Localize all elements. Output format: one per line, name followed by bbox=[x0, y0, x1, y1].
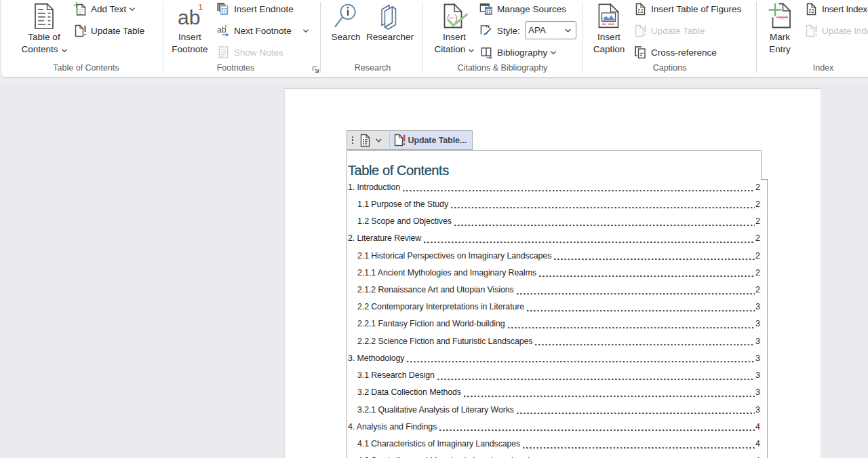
ribbon-group-captions: Insert Caption Insert Table of Figures bbox=[583, 0, 756, 76]
insert-citation-button[interactable]: (–) Insert Citation bbox=[433, 1, 476, 62]
search-button[interactable]: Search bbox=[326, 1, 366, 62]
toc-entry-text: 3. Methodology bbox=[348, 354, 404, 363]
researcher-button[interactable]: Researcher bbox=[364, 1, 416, 62]
toc-entry[interactable]: 2.2 Contemporary Interpretations in Lite… bbox=[348, 299, 760, 316]
ribbon-group-research: Search Researcher Research bbox=[321, 0, 422, 76]
mark-entry-button[interactable]: Mark Entry bbox=[761, 1, 799, 62]
toc-entry-text: 2.2.1 Fantasy Fiction and World-building bbox=[357, 319, 505, 328]
chevron-down-icon bbox=[303, 29, 309, 33]
group-label-footnotes: Footnotes bbox=[157, 63, 314, 73]
manage-sources-label: Manage Sources bbox=[497, 4, 566, 14]
toc-entry[interactable]: 1.1 Purpose of the Study 2 bbox=[348, 195, 760, 212]
toc-document-icon bbox=[359, 134, 371, 147]
toc-dot-leader bbox=[523, 435, 755, 452]
toc-entry[interactable]: 4.1 Characteristics of Imaginary Landsca… bbox=[348, 435, 760, 452]
toc-update-table-button[interactable]: Update Table... bbox=[389, 131, 472, 149]
style-label: Style: bbox=[497, 26, 520, 36]
mark-entry-icon bbox=[766, 1, 793, 31]
toc-entry-page-number: 2 bbox=[755, 199, 760, 209]
bibliography-icon bbox=[479, 46, 494, 59]
researcher-icon bbox=[378, 1, 402, 31]
toc-entry[interactable]: 2.1.1 Ancient Mythologies and Imaginary … bbox=[348, 264, 760, 281]
chevron-down-icon bbox=[130, 7, 135, 11]
manage-sources-icon bbox=[479, 3, 494, 16]
mark-entry-label-line2: Entry bbox=[769, 43, 791, 56]
toc-entry[interactable]: 3.1 Research Design 3 bbox=[348, 367, 760, 384]
add-text-icon bbox=[73, 3, 87, 16]
table-of-contents-label-line1: Table of bbox=[28, 31, 60, 43]
toc-entry[interactable]: 2.2.2 Science Fiction and Futuristic Lan… bbox=[348, 332, 760, 349]
update-table-label: Update Table bbox=[91, 26, 144, 36]
svg-text:ab: ab bbox=[217, 25, 226, 35]
toc-entry[interactable]: 3.2 Data Collection Methods 3 bbox=[348, 384, 760, 401]
toc-entry-text: 4. Analysis and Findings bbox=[348, 422, 437, 432]
insert-index-button[interactable]: Insert Index bbox=[804, 0, 867, 18]
toc-drag-handle[interactable] bbox=[347, 131, 355, 149]
toc-entry-page-number: 3 bbox=[755, 354, 760, 363]
table-of-contents-label-line2: Contents bbox=[21, 44, 58, 54]
insert-caption-label-line2: Caption bbox=[593, 43, 625, 56]
toc-entry-text: 1.1 Purpose of the Study bbox=[357, 199, 448, 209]
style-combobox[interactable]: APA bbox=[525, 21, 576, 39]
cross-reference-label: Cross-reference bbox=[651, 47, 717, 58]
chevron-down-icon bbox=[376, 138, 382, 142]
add-text-button[interactable]: Add Text bbox=[73, 0, 135, 18]
insert-endnote-button[interactable]: [i] Insert Endnote bbox=[216, 0, 294, 18]
insert-index-icon bbox=[804, 3, 818, 16]
toc-entry-page-number: 2 bbox=[755, 216, 760, 226]
toc-entry-text: 3.2.1 Qualitative Analysis of Literary W… bbox=[357, 405, 514, 415]
toc-entry-page-number: 2 bbox=[755, 251, 760, 261]
toc-menu-button[interactable] bbox=[355, 131, 386, 149]
toc-entry-text: 4.1 Characteristics of Imaginary Landsca… bbox=[357, 439, 520, 449]
ribbon-group-index: Mark Entry Insert Index bbox=[757, 0, 868, 76]
toc-entry[interactable]: 2. Literature Review 2 bbox=[348, 230, 760, 247]
toc-dot-leader bbox=[403, 178, 755, 195]
toc-entry-page-number: 2 bbox=[755, 268, 760, 278]
group-label-captions: Captions bbox=[583, 63, 756, 73]
insert-index-label: Insert Index bbox=[822, 4, 867, 14]
update-table-button[interactable]: Update Table bbox=[73, 22, 144, 39]
insert-caption-button[interactable]: Insert Caption bbox=[589, 1, 629, 62]
insert-footnote-button[interactable]: ab 1 Insert Footnote bbox=[169, 1, 211, 62]
toc-entry[interactable]: 1.2 Scope and Objectives 2 bbox=[348, 212, 760, 229]
insert-footnote-icon: ab 1 bbox=[176, 1, 203, 31]
show-notes-button: Show Notes bbox=[216, 43, 283, 61]
svg-text:ab: ab bbox=[178, 6, 200, 28]
update-table-disabled-icon bbox=[633, 24, 648, 37]
toc-dot-leader bbox=[508, 316, 755, 332]
drag-handle-dots-icon bbox=[350, 136, 355, 145]
toc-dot-leader bbox=[517, 401, 755, 418]
toc-update-table-label: Update Table... bbox=[408, 136, 467, 145]
toc-dot-leader bbox=[535, 332, 755, 349]
style-value: APA bbox=[528, 25, 565, 35]
toc-dot-leader bbox=[517, 281, 755, 298]
toc-entry[interactable]: 2.1 Historical Perspectives on Imaginary… bbox=[348, 247, 760, 264]
toc-entry[interactable]: 2.1.2 Renaissance Art and Utopian Vision… bbox=[348, 281, 760, 298]
ribbon-group-footnotes: ab 1 Insert Footnote [i] Insert Endnote bbox=[163, 0, 320, 76]
toc-entry-page-number: 3 bbox=[755, 405, 760, 415]
ribbon-group-citations-bibliography: (–) Insert Citation Manage Sources bbox=[422, 0, 583, 76]
svg-text:1: 1 bbox=[198, 3, 203, 12]
toc-dot-leader bbox=[554, 247, 755, 264]
insert-table-of-figures-icon bbox=[633, 3, 648, 16]
ribbon-group-table-of-contents: Table of Contents Add Text bbox=[1, 0, 163, 76]
next-footnote-button[interactable]: ab Next Footnote bbox=[216, 22, 309, 39]
toc-entry[interactable]: 3.2.1 Qualitative Analysis of Literary W… bbox=[348, 401, 760, 418]
toc-entry[interactable]: 4. Analysis and Findings 4 bbox=[348, 418, 760, 435]
toc-entry-text: 2.2 Contemporary Interpretations in Lite… bbox=[357, 302, 524, 311]
toc-entry[interactable]: 1. Introduction 2 bbox=[348, 178, 760, 195]
cross-reference-button[interactable]: Cross-reference bbox=[633, 43, 717, 61]
bibliography-button[interactable]: Bibliography bbox=[479, 43, 556, 61]
toc-entry-text: 2.1 Historical Perspectives on Imaginary… bbox=[357, 251, 551, 261]
toc-title[interactable]: Table of Contents bbox=[348, 163, 449, 178]
toc-entry[interactable]: 4.2 Symbolism and Meaning in Imaginary L… bbox=[348, 453, 760, 458]
toc-entry-text: 1. Introduction bbox=[348, 183, 400, 192]
table-of-contents-button[interactable]: Table of Contents bbox=[20, 1, 68, 62]
manage-sources-button[interactable]: Manage Sources bbox=[479, 0, 566, 18]
toc-entry[interactable]: 3. Methodology 3 bbox=[348, 349, 760, 366]
group-label-research: Research bbox=[322, 63, 423, 73]
toc-entry[interactable]: 2.2.1 Fantasy Fiction and World-building… bbox=[348, 316, 760, 332]
insert-table-of-figures-button[interactable]: Insert Table of Figures bbox=[633, 0, 741, 18]
toc-entry-page-number: 4 bbox=[755, 422, 760, 432]
toc-entry-page-number: 4 bbox=[755, 439, 760, 449]
